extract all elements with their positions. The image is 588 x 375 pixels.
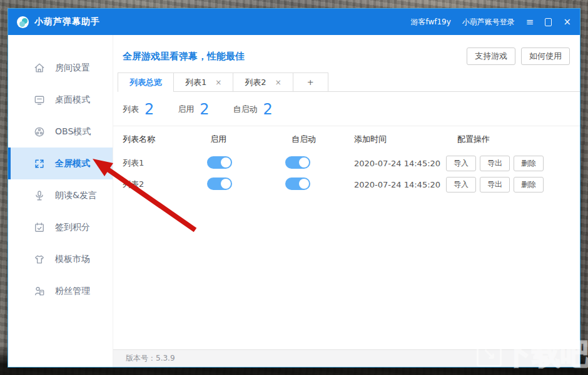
tab-list-1[interactable]: 列表1 × — [173, 72, 233, 91]
export-button[interactable]: 导出 — [480, 177, 510, 192]
app-window: 小葫芦弹幕助手 游客fwf19y 小葫芦账号登录 ≡ × 房间设置 桌面模式 O… — [8, 8, 580, 368]
delete-button[interactable]: 删除 — [514, 177, 544, 192]
supported-games-button[interactable]: 支持游戏 — [467, 48, 515, 65]
how-to-use-button[interactable]: 如何使用 — [521, 48, 570, 65]
page-title: 全屏游戏里看弹幕，性能最佳 — [123, 51, 245, 62]
status-bar: 版本号：5.3.9 — [113, 349, 580, 367]
sidebar: 房间设置 桌面模式 OBS模式 全屏模式 朗读&发言 签到积分 — [8, 35, 113, 367]
obs-icon — [33, 126, 46, 138]
sidebar-item-fullscreen-mode[interactable]: 全屏模式 — [8, 148, 113, 179]
tab-list-2[interactable]: 列表2 × — [233, 72, 292, 91]
fans-icon — [33, 285, 46, 298]
add-tab-button[interactable]: + — [293, 72, 328, 91]
version-label: 版本号：5.3.9 — [126, 353, 175, 364]
fullscreen-icon — [33, 158, 46, 170]
toggle-autostart[interactable] — [285, 156, 310, 169]
close-tab-icon[interactable]: × — [215, 78, 221, 87]
stat-autostart-value: 2 — [263, 102, 273, 117]
list-name: 列表2 — [123, 179, 207, 190]
guest-username[interactable]: 游客fwf19y — [410, 17, 450, 28]
sidebar-item-fans-management[interactable]: 粉丝管理 — [8, 275, 113, 307]
home-icon — [33, 62, 46, 74]
export-button[interactable]: 导出 — [480, 156, 510, 171]
app-title: 小葫芦弹幕助手 — [34, 16, 100, 28]
toggle-autostart[interactable] — [285, 178, 310, 190]
sidebar-item-room-settings[interactable]: 房间设置 — [8, 52, 113, 84]
menu-icon[interactable]: ≡ — [526, 18, 534, 27]
table-header: 列表名称 启用 自启动 添加时间 配置操作 — [113, 126, 580, 152]
sidebar-item-template-market[interactable]: 模板市场 — [8, 243, 113, 275]
sidebar-item-read-speak[interactable]: 朗读&发言 — [8, 179, 113, 211]
stat-enabled: 启用 2 — [178, 102, 209, 117]
app-logo-icon — [17, 16, 29, 28]
sidebar-item-desktop-mode[interactable]: 桌面模式 — [8, 84, 113, 116]
close-tab-icon[interactable]: × — [275, 78, 281, 87]
list-name: 列表1 — [123, 158, 207, 169]
minimize-icon[interactable] — [545, 18, 552, 26]
microphone-icon — [33, 189, 46, 202]
close-icon[interactable]: × — [563, 18, 571, 27]
stat-autostart: 自启动 2 — [233, 102, 273, 117]
import-button[interactable]: 导入 — [446, 156, 476, 171]
tshirt-icon — [33, 253, 46, 266]
main-panel: 全屏游戏里看弹幕，性能最佳 支持游戏 如何使用 列表总览 列表1 × 列表2 × — [113, 35, 580, 367]
stat-enabled-value: 2 — [200, 102, 209, 117]
toggle-enabled[interactable] — [207, 156, 232, 169]
sidebar-item-obs-mode[interactable]: OBS模式 — [8, 116, 113, 148]
stat-lists: 列表 2 — [123, 102, 154, 117]
table-row: 列表1 2020-07-24 14:45:20 导入 导出 删除 — [113, 152, 580, 174]
titlebar: 小葫芦弹幕助手 游客fwf19y 小葫芦账号登录 ≡ × — [8, 9, 580, 35]
sidebar-item-checkin-points[interactable]: 签到积分 — [8, 211, 113, 243]
stat-lists-value: 2 — [144, 102, 154, 117]
tab-bar: 列表总览 列表1 × 列表2 × + — [118, 72, 580, 92]
calendar-check-icon — [33, 221, 46, 234]
plus-icon: + — [307, 78, 314, 87]
tab-list-overview[interactable]: 列表总览 — [118, 72, 173, 91]
added-time: 2020-07-24 14:45:20 — [354, 159, 446, 168]
delete-button[interactable]: 删除 — [514, 156, 544, 171]
toggle-enabled[interactable] — [207, 178, 232, 190]
stats-row: 列表 2 启用 2 自启动 2 — [113, 92, 580, 126]
desktop-icon — [33, 94, 46, 106]
table-row: 列表2 2020-07-24 14:45:20 导入 导出 删除 — [113, 174, 580, 195]
account-login-link[interactable]: 小葫芦账号登录 — [462, 17, 515, 28]
added-time: 2020-07-24 14:45:20 — [354, 180, 446, 189]
import-button[interactable]: 导入 — [446, 177, 476, 192]
